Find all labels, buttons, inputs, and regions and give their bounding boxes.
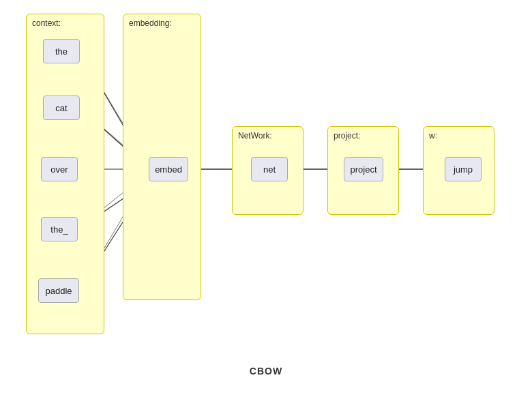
context-label: context: — [32, 18, 61, 28]
w-label: w: — [429, 131, 437, 141]
network-label: NetWork: — [238, 131, 272, 141]
node-project: project — [344, 157, 383, 181]
node-cat: cat — [43, 95, 80, 120]
node-net: net — [251, 157, 288, 181]
diagram-title: CBOW — [250, 366, 282, 377]
embedding-label: embedding: — [129, 18, 172, 28]
diagram-container: context: embedding: NetWork: project: w:… — [0, 0, 532, 397]
project-label: project: — [334, 131, 360, 141]
node-over: over — [41, 157, 78, 181]
node-the-underscore: the_ — [41, 217, 78, 241]
node-the: the — [43, 39, 80, 63]
node-jump: jump — [445, 157, 482, 181]
node-embed: embed — [149, 157, 188, 181]
node-paddle: paddle — [38, 278, 79, 303]
